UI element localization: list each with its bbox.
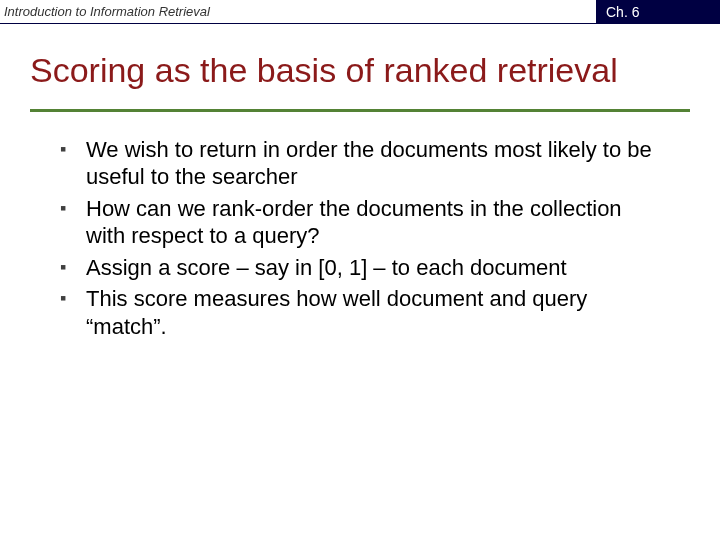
bullet-list: We wish to return in order the documents… <box>60 136 660 341</box>
title-area: Scoring as the basis of ranked retrieval <box>0 24 720 101</box>
list-item: We wish to return in order the documents… <box>60 136 660 191</box>
header-bar: Introduction to Information Retrieval Ch… <box>0 0 720 24</box>
list-item: This score measures how well document an… <box>60 285 660 340</box>
slide-title: Scoring as the basis of ranked retrieval <box>30 50 700 91</box>
content-area: We wish to return in order the documents… <box>0 112 720 341</box>
chapter-label: Ch. 6 <box>596 0 720 24</box>
list-item: How can we rank-order the documents in t… <box>60 195 660 250</box>
list-item: Assign a score – say in [0, 1] – to each… <box>60 254 660 282</box>
course-title: Introduction to Information Retrieval <box>0 0 596 24</box>
